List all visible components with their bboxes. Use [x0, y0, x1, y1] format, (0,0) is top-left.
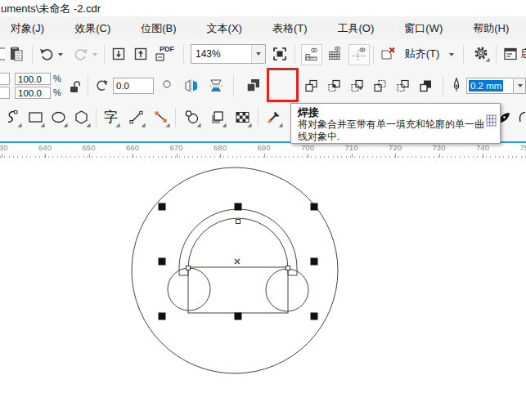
outline-width-combobox[interactable]: 0.2 mm [466, 78, 514, 94]
mirror-vertical-button[interactable] [206, 77, 226, 95]
selection-handle[interactable] [311, 258, 318, 266]
center-of-rotation-marker[interactable] [235, 259, 240, 264]
back-minus-front-button[interactable] [393, 77, 412, 95]
trim-icon [303, 78, 319, 94]
fullscreen-preview-button[interactable] [270, 45, 290, 63]
redo-dropdown[interactable] [91, 51, 99, 59]
snap-to-dropdown[interactable] [447, 51, 456, 59]
ruler-major-tick [395, 154, 396, 158]
export-button[interactable] [132, 45, 150, 63]
show-grid-toggle[interactable] [325, 44, 344, 64]
property-bar-toggle[interactable] [501, 45, 520, 63]
launch-menu-partial[interactable]: 启 [521, 46, 526, 62]
menu-item-5[interactable]: 工具(O) [327, 17, 385, 39]
ruler-label: 740 [476, 143, 489, 152]
transparency-tool[interactable] [232, 105, 254, 129]
back-minus-front-icon [394, 78, 411, 94]
lock-ratio-button[interactable] [67, 78, 83, 95]
ruler-major-tick [177, 154, 178, 158]
connector-tool[interactable] [150, 105, 172, 129]
menu-item-4[interactable]: 表格(T) [262, 17, 318, 39]
options-button[interactable] [470, 44, 492, 64]
mirror-horizontal-icon [183, 78, 200, 94]
undo-button[interactable] [38, 45, 56, 63]
snap-to-menu[interactable]: 贴齐(T) [401, 45, 443, 63]
copy-icon[interactable] [0, 46, 5, 62]
selection-handle[interactable] [311, 313, 318, 320]
export-icon [133, 46, 149, 62]
show-guidelines-toggle[interactable] [348, 44, 370, 65]
selection-handle[interactable] [159, 203, 166, 211]
freehand-tool[interactable] [2, 105, 24, 129]
snap-off-icon [380, 46, 396, 62]
create-boundary-button[interactable] [416, 77, 435, 95]
trim-button[interactable] [301, 77, 321, 95]
selection-handle[interactable] [159, 313, 166, 320]
menu-item-3[interactable]: 文本(X) [196, 17, 253, 39]
ruler-major-tick [133, 154, 133, 158]
zoom-level-combobox[interactable]: 143% [191, 44, 266, 64]
simplify-button[interactable] [347, 77, 366, 95]
curve-node[interactable] [236, 220, 241, 224]
eyedropper-tool[interactable] [263, 105, 285, 129]
redo-button[interactable] [72, 45, 90, 63]
intersect-button[interactable] [324, 77, 344, 95]
weld-highlight-box [267, 68, 299, 102]
tooltip-dash: — [476, 117, 484, 126]
menu-item-1[interactable]: 效果(C) [64, 17, 121, 39]
scale-y-field[interactable]: 100.0 [15, 87, 51, 99]
mirror-vertical-icon [208, 78, 224, 94]
zoom-dropdown-arrow[interactable] [251, 45, 265, 63]
menu-item-2[interactable]: 位图(B) [130, 17, 187, 39]
mirror-horizontal-button[interactable] [182, 77, 201, 95]
ruler-label: 650 [83, 143, 96, 152]
menu-item-6[interactable]: 窗口(W) [393, 17, 453, 39]
outline-width-dropdown[interactable] [515, 78, 526, 94]
horizontal-ruler[interactable]: 630640650660670680690700710720730740750 [0, 143, 526, 159]
text-tool[interactable]: 字 [100, 105, 122, 129]
object-position-x-field[interactable] [0, 73, 10, 85]
menu-item-0[interactable]: 对象(J) [0, 17, 55, 39]
ruler-major-tick [264, 154, 265, 158]
ruler-major-tick [89, 154, 90, 158]
order-button[interactable] [242, 76, 263, 96]
selection-handle[interactable] [235, 203, 242, 211]
artwork[interactable] [0, 159, 526, 420]
ruler-major-tick [439, 154, 440, 158]
scale-x-field[interactable]: 100.0 [15, 73, 51, 85]
selection-handle[interactable] [159, 258, 166, 266]
drop-shadow-tool[interactable] [206, 105, 228, 129]
ellipse-tool[interactable] [47, 105, 70, 129]
polygon-tool[interactable] [70, 105, 92, 129]
ruler-label: 710 [345, 143, 358, 152]
right-ear-circle[interactable] [266, 269, 308, 311]
pen-tool-partial[interactable] [518, 105, 526, 129]
object-position-y-field[interactable] [0, 87, 10, 99]
rectangle-tool[interactable] [25, 105, 47, 129]
drawing-canvas[interactable] [0, 159, 526, 420]
left-ear-circle[interactable] [168, 268, 210, 311]
selection-handle[interactable] [235, 313, 242, 320]
curve-node[interactable] [286, 266, 290, 270]
ruler-minor-ticks [0, 156, 526, 158]
snap-off-button[interactable] [378, 45, 398, 63]
zoom-level-value: 143% [191, 48, 251, 60]
title-bar: uments\未命名 -2.cdr [0, 0, 526, 16]
selection-handle[interactable] [311, 203, 318, 211]
menu-item-7[interactable]: 帮助(H) [462, 17, 519, 39]
property-bar: 100.0 % 100.0 % 0.0 [0, 69, 526, 102]
import-button[interactable] [110, 45, 128, 63]
show-rulers-toggle[interactable] [301, 44, 322, 65]
undo-dropdown[interactable] [56, 51, 65, 59]
outer-circle[interactable] [132, 168, 338, 373]
publish-pdf-button[interactable]: PDF [154, 44, 177, 64]
simplify-icon [348, 78, 365, 94]
curve-node[interactable] [187, 266, 191, 270]
pdf-label: PDF [160, 45, 174, 53]
outline-pen-icon [448, 76, 465, 96]
rotation-angle-field[interactable]: 0.0 [113, 78, 154, 94]
line-tool[interactable] [125, 105, 147, 129]
front-minus-back-button[interactable] [370, 77, 389, 95]
contour-tool[interactable] [181, 105, 203, 129]
paste-button[interactable] [7, 45, 26, 63]
